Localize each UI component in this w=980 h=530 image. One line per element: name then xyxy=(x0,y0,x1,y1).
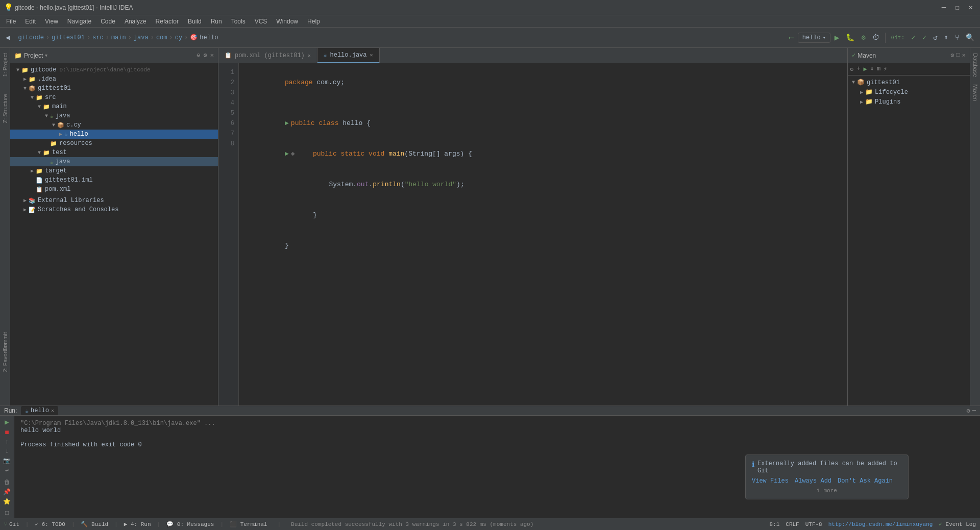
debug-button[interactable]: 🐛 xyxy=(843,32,857,43)
project-hide-icon[interactable]: ✕ xyxy=(210,52,214,59)
run-camera-icon[interactable]: 📷 xyxy=(3,457,11,465)
maven-run-icon[interactable]: ▶ xyxy=(862,64,868,74)
breadcrumb-java[interactable]: java xyxy=(134,34,149,41)
tree-item-idea[interactable]: ▶ 📁 .idea xyxy=(10,74,218,84)
maven-add-icon[interactable]: + xyxy=(855,64,861,74)
right-tab-database[interactable]: Database xyxy=(971,50,979,80)
run-pin-icon[interactable]: 📌 xyxy=(3,488,11,496)
menu-analyze[interactable]: Analyze xyxy=(120,17,151,26)
tree-item-scratches[interactable]: ▶ 📝 Scratches and Consoles xyxy=(10,205,218,214)
tab-hello[interactable]: ☕ hello.java ✕ xyxy=(317,48,380,63)
vcs-check-button[interactable]: ✓ xyxy=(909,32,918,43)
project-settings-icon[interactable]: ⚙ xyxy=(204,52,207,59)
status-terminal[interactable]: ⬛ Terminal xyxy=(230,521,267,527)
maven-item-gittest01[interactable]: ▼ 📦 gittest01 xyxy=(850,78,968,87)
tree-item-pom[interactable]: 📋 pom.xml xyxy=(10,185,218,194)
menu-refactor[interactable]: Refactor xyxy=(152,17,183,26)
breadcrumb-gitcode[interactable]: gitcode xyxy=(18,34,43,41)
menu-tools[interactable]: Tools xyxy=(227,17,250,26)
run-stop-icon[interactable]: ■ xyxy=(5,428,9,437)
menu-window[interactable]: Window xyxy=(272,17,302,26)
run-tab-hello[interactable]: ☕ hello ✕ xyxy=(21,406,58,415)
tree-item-src[interactable]: ▼ 📁 src xyxy=(10,93,218,102)
maximize-button[interactable]: ☐ xyxy=(952,3,962,12)
run-expand-icon[interactable]: □ xyxy=(5,510,9,517)
back-nav-button[interactable]: ⟵ xyxy=(787,32,796,43)
maven-phase-icon[interactable]: ⚡ xyxy=(883,64,888,74)
tree-item-main[interactable]: ▼ 📁 main xyxy=(10,102,218,111)
maven-hide-icon[interactable]: ✕ xyxy=(962,52,966,59)
tree-item-external-libs[interactable]: ▶ 📚 External Libraries xyxy=(10,196,218,205)
vcs-history-button[interactable]: ↺ xyxy=(930,32,940,43)
run-scroll-up-icon[interactable]: ↑ xyxy=(5,439,9,446)
tree-item-hello[interactable]: ▶ ☕ hello xyxy=(10,130,218,139)
maven-expand-icon[interactable]: □ xyxy=(957,52,960,59)
search-everywhere-button[interactable]: 🔍 xyxy=(963,32,977,43)
notification-more[interactable]: 1 more xyxy=(752,488,902,494)
vcs-branches-button[interactable]: ⑂ xyxy=(952,32,962,43)
run-favorite-icon[interactable]: ⭐ xyxy=(3,498,11,506)
tree-item-target[interactable]: ▶ 📁 target xyxy=(10,166,218,175)
run-button[interactable]: ▶ xyxy=(832,31,842,44)
run-scroll-down-icon[interactable]: ↓ xyxy=(5,448,9,455)
run-tab-close[interactable]: ✕ xyxy=(51,408,54,414)
tab-pom[interactable]: 📋 pom.xml (gittest01) ✕ xyxy=(218,48,317,63)
breadcrumb-src[interactable]: src xyxy=(92,34,104,41)
menu-edit[interactable]: Edit xyxy=(21,17,40,26)
code-content[interactable]: package com.cy; ▶public class hello { ▶◆… xyxy=(239,63,847,406)
left-tab-structure[interactable]: Z: Structure xyxy=(1,91,9,126)
menu-file[interactable]: File xyxy=(2,17,20,26)
menu-view[interactable]: View xyxy=(41,17,62,26)
menu-help[interactable]: Help xyxy=(303,17,324,26)
status-run[interactable]: ▶ 4: Run xyxy=(124,521,151,527)
run-clear-icon[interactable]: 🗑 xyxy=(4,478,10,486)
maven-download-icon[interactable]: ⬇ xyxy=(869,64,875,74)
notification-view-files[interactable]: View Files xyxy=(752,477,789,485)
run-play-icon[interactable]: ▶ xyxy=(5,418,9,426)
status-git[interactable]: ⑂ Git xyxy=(4,521,19,527)
menu-code[interactable]: Code xyxy=(96,17,119,26)
left-tab-project[interactable]: 1: Project xyxy=(1,50,9,80)
run-settings-icon[interactable]: ⚙ xyxy=(967,407,970,415)
tab-hello-close[interactable]: ✕ xyxy=(370,52,373,58)
toolbar-back-button[interactable]: ◀ xyxy=(3,32,12,43)
menu-vcs[interactable]: VCS xyxy=(251,17,272,26)
breadcrumb-hello[interactable]: hello xyxy=(200,34,218,41)
coverage-button[interactable]: ⚙ xyxy=(859,32,868,43)
breadcrumb-gittest01[interactable]: gittest01 xyxy=(52,34,85,41)
menu-build[interactable]: Build xyxy=(184,17,206,26)
run-minimize-icon[interactable]: — xyxy=(972,407,976,415)
menu-navigate[interactable]: Navigate xyxy=(63,17,95,26)
tab-pom-close[interactable]: ✕ xyxy=(308,53,311,59)
profile-button[interactable]: ⏱ xyxy=(870,32,882,43)
maven-settings-icon[interactable]: ⚙ xyxy=(950,52,954,59)
menu-run[interactable]: Run xyxy=(207,17,226,26)
status-messages[interactable]: 💬 0: Messages xyxy=(166,521,214,527)
status-todo[interactable]: ✓ 6: TODO xyxy=(35,521,65,527)
tree-item-resources[interactable]: 📁 resources xyxy=(10,139,218,148)
notification-dont-ask[interactable]: Don't Ask Again xyxy=(838,477,893,485)
vcs-update-button[interactable]: Git: xyxy=(889,33,907,42)
maven-execute-icon[interactable]: m xyxy=(876,64,881,74)
run-wrap-icon[interactable]: ↩ xyxy=(5,467,9,474)
breadcrumb-cy[interactable]: cy xyxy=(175,34,182,41)
status-url[interactable]: http://blog.csdn.me/liminxuyang xyxy=(828,521,933,527)
tree-item-gittest01[interactable]: ▼ 📦 gittest01 xyxy=(10,84,218,93)
right-tab-maven[interactable]: Maven xyxy=(971,81,979,104)
maven-refresh-icon[interactable]: ↻ xyxy=(849,64,854,74)
tree-item-gittest01-iml[interactable]: 📄 gittest01.iml xyxy=(10,175,218,185)
vcs-push-button[interactable]: ⬆ xyxy=(942,32,951,43)
tree-item-gitcode[interactable]: ▼ 📁 gitcode D:\IDEAProject\dane\gitcode xyxy=(10,65,218,74)
status-build[interactable]: 🔨 Build xyxy=(81,521,108,527)
project-dropdown-icon[interactable]: ▾ xyxy=(45,53,47,58)
left-tab-favorites[interactable]: 2: Favorites xyxy=(1,340,9,375)
breadcrumb-main[interactable]: main xyxy=(111,34,126,41)
close-button[interactable]: ✕ xyxy=(966,3,976,12)
project-collapse-all-icon[interactable]: ⊖ xyxy=(197,52,200,59)
tree-item-ccy[interactable]: ▼ 📦 c.cy xyxy=(10,120,218,130)
tree-item-test[interactable]: ▼ 📁 test xyxy=(10,148,218,157)
vcs-check2-button[interactable]: ✓ xyxy=(920,32,929,43)
notification-always-add[interactable]: Always Add xyxy=(795,477,831,485)
status-event-log[interactable]: ✓ Event Log xyxy=(939,521,976,527)
tree-item-java[interactable]: ▼ ☕ java xyxy=(10,111,218,120)
